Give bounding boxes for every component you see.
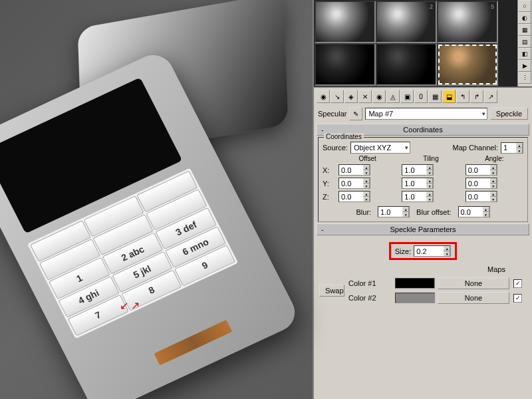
put-library-icon[interactable]: ▣ xyxy=(400,90,414,103)
material-slot[interactable] xyxy=(376,43,437,86)
size-label: Size: xyxy=(395,247,411,255)
map-slot-row: Specular ✎ Map #7 Speckle xyxy=(314,105,532,122)
material-slot[interactable]: 5 xyxy=(437,1,498,43)
material-slot-selected[interactable] xyxy=(437,43,498,86)
pick-icon[interactable]: ↗ xyxy=(484,90,497,103)
z-angle-spinner[interactable]: 0.0▲▼ xyxy=(466,191,497,202)
angle-header: Angle: xyxy=(466,155,523,162)
source-dropdown[interactable]: Object XYZ xyxy=(350,142,410,154)
assign-icon[interactable]: ◈ xyxy=(344,90,358,103)
delete-icon[interactable]: ✕ xyxy=(358,90,372,103)
y-axis-label: Y: xyxy=(323,180,333,188)
color1-map-button[interactable]: None xyxy=(438,277,509,289)
pick-map-icon[interactable]: ✎ xyxy=(349,107,362,120)
sample-uv-icon[interactable]: ▤ xyxy=(518,36,531,48)
color2-label: Color #2 xyxy=(348,294,391,302)
coordinates-fieldset: Coordinates Source: Object XYZ Map Chann… xyxy=(318,137,528,222)
options-icon[interactable]: ⋮ xyxy=(518,72,531,84)
channel-label: Specular xyxy=(318,110,346,118)
map-channel-spinner[interactable]: 1▲▼ xyxy=(501,142,523,154)
size-highlight: Size: 0.2▲▼ xyxy=(389,242,457,260)
material-slot[interactable]: 2 xyxy=(376,1,437,43)
slot-number: 5 xyxy=(491,3,494,10)
show-map-icon[interactable]: ▦ xyxy=(428,90,442,103)
show-end-icon[interactable]: ⬓ xyxy=(442,90,456,103)
viewport-3d[interactable]: 12 abc3 def4 ghi5 jkl6 mno789 ↙ ↗ xyxy=(0,0,313,399)
material-slot[interactable] xyxy=(315,43,376,86)
material-editor-panel: 2 5 ○ ◐ ▦ ▤ ◧ ▶ ⋮ ◉ ↘ ◈ ✕ ◉ ◬ ▣ 0 ▦ ⬓ ↰ … xyxy=(313,0,532,399)
z-axis-label: Z: xyxy=(323,193,333,201)
material-vertical-toolbar: ○ ◐ ▦ ▤ ◧ ▶ ⋮ xyxy=(517,0,532,86)
size-spinner[interactable]: 0.2▲▼ xyxy=(414,245,451,257)
x-tiling-spinner[interactable]: 1.0▲▼ xyxy=(402,164,434,176)
material-toolbar: ◉ ↘ ◈ ✕ ◉ ◬ ▣ 0 ▦ ⬓ ↰ ↱ ↗ xyxy=(314,88,532,105)
x-angle-spinner[interactable]: 0.0▲▼ xyxy=(466,164,497,176)
video-color-icon[interactable]: ◧ xyxy=(518,48,531,60)
material-slot[interactable] xyxy=(315,1,376,43)
map-channel-label: Map Channel: xyxy=(453,144,499,152)
y-angle-spinner[interactable]: 0.0▲▼ xyxy=(466,178,497,189)
spinner-down-icon[interactable]: ▼ xyxy=(444,251,450,257)
z-tiling-spinner[interactable]: 1.0▲▼ xyxy=(402,191,434,202)
annotation-arrow: ↙ ↗ xyxy=(120,299,140,312)
blur-offset-spinner[interactable]: 0.0▲▼ xyxy=(458,206,490,217)
material-id-icon[interactable]: 0 xyxy=(414,90,428,103)
fieldset-label: Coordinates xyxy=(324,133,364,140)
y-tiling-spinner[interactable]: 1.0▲▼ xyxy=(402,178,434,189)
blur-label: Blur: xyxy=(356,208,371,216)
spinner-up-icon[interactable]: ▲ xyxy=(516,143,523,148)
material-sample-slots: 2 5 xyxy=(314,0,532,86)
tiling-header: Tiling xyxy=(402,155,460,162)
color1-enable-checkbox[interactable]: ✓ xyxy=(513,279,522,288)
color2-swatch[interactable] xyxy=(395,293,435,303)
map-type-button[interactable]: Speckle xyxy=(490,108,528,120)
z-offset-spinner[interactable]: 0.0▲▼ xyxy=(338,191,370,202)
go-forward-icon[interactable]: ↱ xyxy=(470,90,483,103)
get-material-icon[interactable]: ◉ xyxy=(317,90,330,103)
rollout-speckle[interactable]: Speckle Parameters xyxy=(317,223,529,235)
make-preview-icon[interactable]: ▶ xyxy=(518,60,531,72)
y-offset-spinner[interactable]: 0.0▲▼ xyxy=(338,178,370,189)
color-maps-grid: Swap Color #1 None ✓ Color #2 None ✓ xyxy=(314,275,532,307)
background-icon[interactable]: ▦ xyxy=(518,24,531,36)
coordinate-grid: Offset Tiling Angle: X: 0.0▲▼ 1.0▲▼ 0.0▲… xyxy=(323,155,523,202)
x-offset-spinner[interactable]: 0.0▲▼ xyxy=(338,164,370,176)
put-to-scene-icon[interactable]: ↘ xyxy=(331,90,344,103)
spinner-up-icon[interactable]: ▲ xyxy=(444,246,450,251)
color2-enable-checkbox[interactable]: ✓ xyxy=(513,294,522,303)
blur-offset-label: Blur offset: xyxy=(416,208,451,216)
color2-map-button[interactable]: None xyxy=(438,292,509,304)
maps-header: Maps xyxy=(487,265,505,273)
color1-swatch[interactable] xyxy=(395,278,435,289)
source-label: Source: xyxy=(323,144,348,152)
map-name-dropdown[interactable]: Map #7 xyxy=(365,108,487,120)
spinner-down-icon[interactable]: ▼ xyxy=(516,148,523,154)
backlight-icon[interactable]: ◐ xyxy=(518,12,531,24)
go-parent-icon[interactable]: ↰ xyxy=(456,90,469,103)
color1-label: Color #1 xyxy=(348,279,391,287)
offset-header: Offset xyxy=(338,155,396,162)
swap-button[interactable]: Swap xyxy=(319,285,344,297)
slot-number: 2 xyxy=(430,3,433,10)
x-axis-label: X: xyxy=(323,166,333,174)
blur-spinner[interactable]: 1.0▲▼ xyxy=(378,206,410,217)
phone-connector xyxy=(154,320,232,366)
make-copy-icon[interactable]: ◉ xyxy=(372,90,386,103)
make-unique-icon[interactable]: ◬ xyxy=(386,90,400,103)
rollout-scroll-area: Coordinates Coordinates Source: Object X… xyxy=(314,122,532,399)
sample-type-icon[interactable]: ○ xyxy=(518,0,531,12)
